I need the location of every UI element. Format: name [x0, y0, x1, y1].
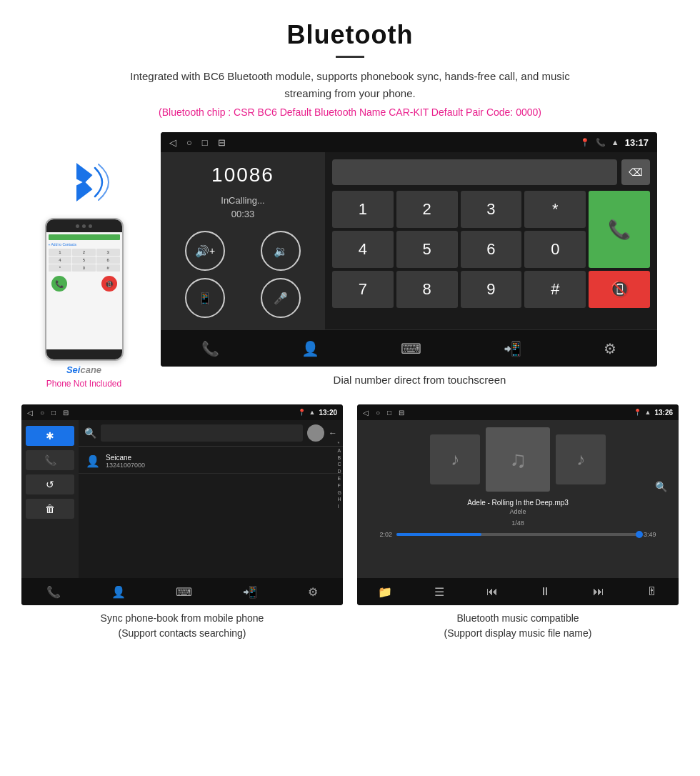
transfer-nav-icon[interactable]: 📲 — [504, 340, 521, 357]
numpad-key-hash[interactable]: # — [524, 271, 586, 308]
phone-nav-icon[interactable]: 📞 — [201, 340, 219, 357]
seicane-logo: Seicane — [66, 364, 101, 375]
pb-delete-icon[interactable]: 🗑 — [26, 499, 74, 519]
phone-not-included-label: Phone Not Included — [46, 379, 121, 389]
music-back-icon: ◁ — [363, 409, 369, 417]
music-search-icon[interactable]: 🔍 — [655, 481, 667, 492]
music-screen: ◁ ○ □ ⊟ 📍 ▲ 13:26 ♪ — [357, 404, 679, 605]
dialpad-nav-icon[interactable]: ⌨ — [401, 340, 421, 357]
pb-sidebar: ✱ 📞 ↺ 🗑 — [21, 420, 79, 578]
music-note-center: ♫ — [509, 447, 526, 473]
phone-call-btn: 📞 — [51, 276, 67, 292]
numpad-end-btn[interactable]: 📵 — [589, 271, 650, 308]
mute-btn[interactable]: 🎤 — [261, 278, 301, 318]
music-home-icon: ○ — [376, 409, 380, 417]
music-folder-icon[interactable]: 📁 — [378, 585, 392, 599]
music-content: ♪ ♫ ♪ 🔍 Adele - Rolling In the Deep.mp3 … — [357, 420, 679, 578]
album-art-right: ♪ — [556, 434, 606, 484]
pb-search-row: 🔍 ← — [79, 420, 343, 447]
numpad-key-7[interactable]: 7 — [332, 271, 394, 308]
page-header: Bluetooth Integrated with BC6 Bluetooth … — [0, 0, 700, 125]
phone-key-1: 1 — [49, 249, 72, 256]
pb-bt-icon[interactable]: ✱ — [26, 426, 74, 446]
phonebook-caption: Sync phone-book from mobile phone (Suppo… — [21, 611, 343, 641]
pb-back-arrow[interactable]: ← — [329, 428, 337, 438]
pb-nav-contacts[interactable]: 👤 — [111, 585, 126, 599]
page-title: Bluetooth — [14, 20, 686, 50]
numpad-call-btn[interactable]: 📞 — [589, 191, 650, 268]
pb-nav-settings[interactable]: ⚙ — [308, 585, 318, 599]
pb-phone-icon[interactable]: 📞 — [26, 450, 74, 470]
pb-nav-transfer[interactable]: 📲 — [243, 585, 257, 599]
home-nav-icon: ○ — [186, 137, 192, 148]
dial-input-field[interactable] — [332, 159, 617, 185]
numpad-key-2[interactable]: 2 — [396, 191, 458, 228]
numpad-key-star[interactable]: * — [524, 191, 586, 228]
dial-left-panel: 10086 InCalling... 00:33 🔊+ 🔉 📱 — [161, 152, 325, 329]
music-menu-icon: ⊟ — [399, 409, 404, 417]
pb-nav-icons: ◁ ○ □ ⊟ — [27, 409, 69, 417]
bottom-screens: ◁ ○ □ ⊟ 📍 ▲ 13:20 ✱ 📞 ↺ 🗑 — [0, 397, 700, 655]
volume-up-btn[interactable]: 🔊+ — [185, 231, 225, 271]
pb-nav-dialpad[interactable]: ⌨ — [176, 585, 192, 599]
phone-key-3: 3 — [96, 249, 120, 256]
music-note-sm-right: ♪ — [576, 449, 585, 469]
numpad-key-3[interactable]: 3 — [461, 191, 522, 228]
pb-status-bar: ◁ ○ □ ⊟ 📍 ▲ 13:20 — [21, 404, 343, 420]
pb-contact-number: 13241007000 — [106, 462, 145, 469]
pb-time: 13:20 — [319, 409, 337, 417]
backspace-btn[interactable]: ⌫ — [621, 159, 650, 185]
numpad-key-9[interactable]: 9 — [461, 271, 522, 308]
volume-down-btn[interactable]: 🔉 — [261, 231, 301, 271]
dial-number: 10086 — [171, 164, 315, 186]
numpad-key-1[interactable]: 1 — [332, 191, 394, 228]
song-title: Adele - Rolling In the Deep.mp3 — [467, 499, 569, 507]
pb-contact-list: 👤 Seicane 13241007000 — [79, 447, 343, 477]
pb-signal-icon: ▲ — [309, 409, 316, 416]
car-status-bar: ◁ ○ □ ⊟ 📍 📞 ▲ 13:17 — [161, 132, 657, 152]
pb-search-icon: 🔍 — [84, 427, 96, 439]
contacts-nav-icon[interactable]: 👤 — [301, 340, 319, 357]
music-location-icon: 📍 — [634, 409, 641, 416]
music-list-icon[interactable]: ☰ — [434, 585, 444, 599]
phone-add-contact: + Add to Contacts — [49, 242, 120, 247]
music-prev-icon[interactable]: ⏮ — [486, 585, 498, 598]
transfer-btn[interactable]: 📱 — [185, 278, 225, 318]
music-eq-icon[interactable]: 🎚 — [646, 585, 658, 598]
phone-green-bar — [49, 234, 120, 240]
numpad-key-4[interactable]: 4 — [332, 231, 394, 268]
settings-nav-icon[interactable]: ⚙ — [604, 340, 616, 357]
numpad: 1 2 3 * 📞 4 5 6 0 7 8 — [332, 191, 650, 308]
status-icons: 📍 📞 ▲ 13:17 — [580, 137, 649, 148]
dial-area: 10086 InCalling... 00:33 🔊+ 🔉 📱 — [161, 152, 657, 329]
pb-person-icon: 👤 — [86, 454, 100, 468]
pb-nav-phone[interactable]: 📞 — [46, 585, 61, 599]
music-next-icon[interactable]: ⏭ — [593, 585, 604, 598]
album-art-row: ♪ ♫ ♪ — [430, 427, 606, 492]
call-status: InCalling... — [171, 195, 315, 206]
dial-caption: Dial number direct from touchscreen — [161, 374, 679, 397]
pb-search-field[interactable] — [101, 424, 303, 442]
phone-mockup-container: + Add to Contacts 1 2 3 4 5 6 * 0 # — [21, 132, 146, 389]
phone-key-7: * — [49, 264, 72, 272]
numpad-key-6[interactable]: 6 — [461, 231, 522, 268]
phone-key-9: # — [96, 264, 120, 272]
pb-contact-item[interactable]: 👤 Seicane 13241007000 — [79, 449, 343, 474]
pb-sync-icon[interactable]: ↺ — [26, 474, 74, 494]
title-underline — [336, 56, 364, 58]
album-art-left: ♪ — [430, 434, 480, 484]
music-play-icon[interactable]: ⏸ — [539, 585, 551, 598]
pb-back-icon: ◁ — [27, 409, 33, 417]
numpad-key-0[interactable]: 0 — [524, 231, 586, 268]
music-status-bar: ◁ ○ □ ⊟ 📍 ▲ 13:26 — [357, 404, 679, 420]
phone-screen: + Add to Contacts 1 2 3 4 5 6 * 0 # — [46, 232, 122, 349]
music-screen-wrapper: ◁ ○ □ ⊟ 📍 ▲ 13:26 ♪ — [357, 404, 679, 641]
song-artist: Adele — [509, 508, 526, 515]
music-nav-icons: ◁ ○ □ ⊟ — [363, 409, 404, 417]
phonebook-screen: ◁ ○ □ ⊟ 📍 ▲ 13:20 ✱ 📞 ↺ 🗑 — [21, 404, 343, 605]
pb-contact-info: Seicane 13241007000 — [106, 454, 145, 469]
numpad-key-5[interactable]: 5 — [396, 231, 458, 268]
progress-bar[interactable] — [396, 533, 639, 536]
back-nav-icon: ◁ — [169, 137, 176, 148]
numpad-key-8[interactable]: 8 — [396, 271, 458, 308]
